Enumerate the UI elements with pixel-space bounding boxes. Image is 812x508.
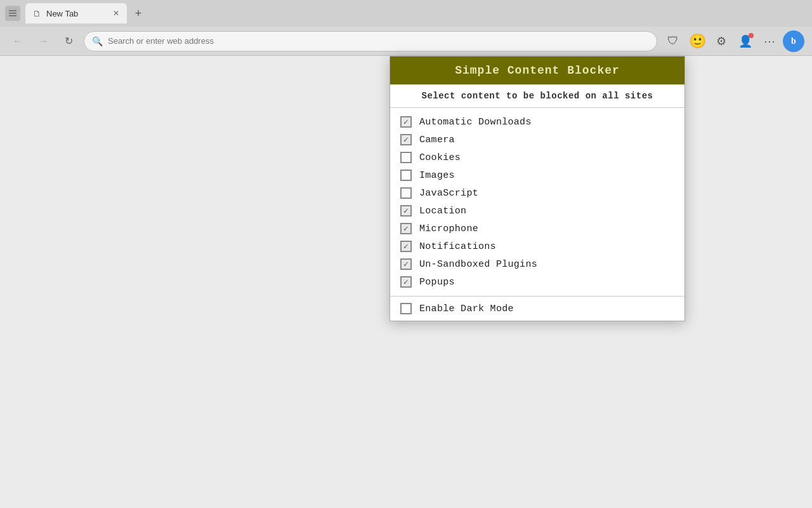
label-javascript: JavaScript <box>419 188 478 199</box>
label-popups: Popups <box>419 277 455 288</box>
profile-button[interactable]: 👤 <box>735 30 756 52</box>
popup-item-javascript[interactable]: JavaScript <box>400 184 674 202</box>
label-camera: Camera <box>419 135 455 145</box>
nav-bar: ← → ↻ 🔍 🛡 🙂 ⚙ 👤 ⋯ <box>0 27 812 56</box>
leo-icon: 🙂 <box>689 33 706 50</box>
svg-rect-2 <box>9 15 16 17</box>
title-bar: 🗋 New Tab ✕ + <box>0 0 812 27</box>
title-bar-left <box>5 6 20 21</box>
gear-icon: ⚙ <box>716 34 726 48</box>
dark-mode-label: Enable Dark Mode <box>419 304 514 314</box>
forward-icon: → <box>38 36 48 47</box>
label-images: Images <box>419 170 455 181</box>
search-icon: 🔍 <box>92 36 103 46</box>
popup-item-un-sandboxed-plugins[interactable]: Un-Sandboxed Plugins <box>400 255 674 273</box>
popup-items-list: Automatic DownloadsCameraCookiesImagesJa… <box>390 108 684 297</box>
more-icon: ⋯ <box>764 34 775 48</box>
popup-item-camera[interactable]: Camera <box>400 131 674 149</box>
label-un-sandboxed-plugins: Un-Sandboxed Plugins <box>419 259 537 270</box>
shield-icon: 🛡 <box>667 34 679 48</box>
content-area: Simple Content Blocker Select content to… <box>0 56 812 508</box>
popup-footer[interactable]: Enable Dark Mode <box>390 297 684 321</box>
popup-item-microphone[interactable]: Microphone <box>400 220 674 237</box>
dark-mode-checkbox[interactable] <box>400 303 412 314</box>
label-notifications: Notifications <box>419 241 496 252</box>
checkbox-notifications[interactable] <box>400 241 412 252</box>
notification-badge <box>749 33 754 38</box>
checkbox-automatic-downloads[interactable] <box>400 116 412 128</box>
bing-icon: b <box>783 30 804 52</box>
checkbox-cookies[interactable] <box>400 152 412 163</box>
checkbox-images[interactable] <box>400 170 412 181</box>
tab-page-icon: 🗋 <box>33 9 41 18</box>
checkbox-microphone[interactable] <box>400 223 412 234</box>
popup-item-popups[interactable]: Popups <box>400 273 674 291</box>
popup-item-automatic-downloads[interactable]: Automatic Downloads <box>400 113 674 131</box>
back-icon: ← <box>13 36 23 47</box>
checkbox-location[interactable] <box>400 205 412 217</box>
svg-rect-0 <box>9 10 16 11</box>
popup-item-notifications[interactable]: Notifications <box>400 237 674 255</box>
back-button[interactable]: ← <box>8 31 28 51</box>
label-location: Location <box>419 206 466 217</box>
shields-button[interactable]: 🛡 <box>662 30 684 52</box>
label-automatic-downloads: Automatic Downloads <box>419 117 532 128</box>
active-tab[interactable]: 🗋 New Tab ✕ <box>25 3 127 23</box>
settings-button[interactable]: ⚙ <box>710 30 732 52</box>
svg-rect-1 <box>9 13 16 14</box>
browser-frame: 🗋 New Tab ✕ + ← → ↻ 🔍 🛡 🙂 <box>0 0 812 508</box>
tab-close-button[interactable]: ✕ <box>113 9 119 18</box>
leo-button[interactable]: 🙂 <box>686 30 708 52</box>
checkbox-un-sandboxed-plugins[interactable] <box>400 258 412 270</box>
popup-header: Simple Content Blocker <box>390 57 684 84</box>
menu-button[interactable]: ⋯ <box>759 30 780 52</box>
refresh-button[interactable]: ↻ <box>58 31 79 51</box>
checkbox-camera[interactable] <box>400 134 412 145</box>
tab-title: New Tab <box>46 9 108 18</box>
label-microphone: Microphone <box>419 224 478 234</box>
checkbox-javascript[interactable] <box>400 187 412 199</box>
new-tab-button[interactable]: + <box>129 4 147 22</box>
sidebar-toggle[interactable] <box>5 6 20 21</box>
popup-subtitle: Select content to be blocked on all site… <box>390 84 684 108</box>
popup-title: Simple Content Blocker <box>455 64 620 77</box>
popup-item-images[interactable]: Images <box>400 166 674 184</box>
checkbox-popups[interactable] <box>400 276 412 288</box>
label-cookies: Cookies <box>419 152 461 163</box>
bing-button[interactable]: b <box>783 30 804 52</box>
content-blocker-popup: Simple Content Blocker Select content to… <box>390 56 685 321</box>
nav-right: 🛡 🙂 ⚙ 👤 ⋯ b <box>662 30 804 52</box>
address-bar: 🔍 <box>84 31 657 51</box>
popup-item-cookies[interactable]: Cookies <box>400 149 674 166</box>
forward-button[interactable]: → <box>33 31 53 51</box>
refresh-icon: ↻ <box>65 35 73 47</box>
address-input[interactable] <box>108 36 649 46</box>
tab-bar: 🗋 New Tab ✕ + <box>25 3 807 23</box>
popup-item-location[interactable]: Location <box>400 202 674 220</box>
